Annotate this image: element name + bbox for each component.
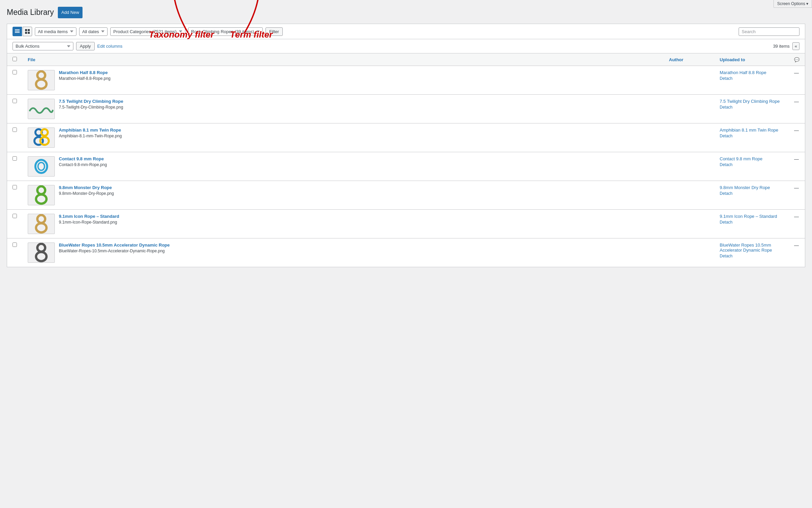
table-row: Amphibian 8.1 mm Twin Rope Amphibian-8.1… xyxy=(7,123,805,152)
row-checkbox-6[interactable] xyxy=(13,243,17,247)
comment-dash-0: — xyxy=(794,70,799,75)
file-cell-5: 9.1mm Icon Rope – Standard 9.1mm-Icon-Ro… xyxy=(22,210,664,238)
col-file-header[interactable]: File xyxy=(22,53,664,66)
add-new-button[interactable]: Add New xyxy=(58,7,83,18)
detach-link-4[interactable]: Detach xyxy=(720,191,733,196)
detach-link-3[interactable]: Detach xyxy=(720,162,733,167)
svg-point-8 xyxy=(36,79,47,89)
svg-rect-2 xyxy=(15,32,20,33)
svg-rect-3 xyxy=(25,29,27,31)
detach-link-5[interactable]: Detach xyxy=(720,220,733,225)
file-filename-6: BlueWater-Ropes-10.5mm-Accelerator-Dynam… xyxy=(59,249,165,253)
uploaded-link-0[interactable]: Marathon Half 8.8 Rope xyxy=(720,70,783,75)
detach-link-2[interactable]: Detach xyxy=(720,134,733,138)
dates-select[interactable]: All dates xyxy=(79,27,108,36)
svg-point-17 xyxy=(37,215,45,223)
comment-cell-2: — xyxy=(789,123,805,152)
svg-point-19 xyxy=(37,244,45,252)
file-name-link-5[interactable]: 9.1mm Icon Rope – Standard xyxy=(59,214,658,219)
uploaded-link-2[interactable]: Amphibian 8.1 mm Twin Rope xyxy=(720,128,783,133)
apply-button[interactable]: Apply xyxy=(76,42,95,50)
comment-cell-6: — xyxy=(789,238,805,267)
bulk-actions-select[interactable]: Bulk Actions xyxy=(13,42,73,50)
col-uploaded-header[interactable]: Uploaded to xyxy=(714,53,789,66)
file-name-link-4[interactable]: 9.8mm Monster Dry Rope xyxy=(59,185,658,190)
table-row: BlueWater Ropes 10.5mm Accelerator Dynam… xyxy=(7,238,805,267)
author-cell-2 xyxy=(664,123,714,152)
row-checkbox-cell-3 xyxy=(7,152,23,181)
author-cell-0 xyxy=(664,66,714,95)
svg-point-11 xyxy=(41,129,48,136)
screen-options-btn[interactable]: Screen Options ▾ xyxy=(773,0,812,8)
list-view-icon xyxy=(15,29,20,34)
svg-rect-1 xyxy=(15,31,20,31)
author-cell-1 xyxy=(664,95,714,123)
file-name-link-0[interactable]: Marathon Half 8.8 Rope xyxy=(59,70,658,75)
file-thumbnail-3 xyxy=(28,156,55,177)
term-select[interactable]: Rock Climbing Ropes (39 items) xyxy=(188,27,263,36)
author-cell-3 xyxy=(664,152,714,181)
uploaded-cell-6: BlueWater Ropes 10.5mm Accelerator Dynam… xyxy=(714,238,789,267)
file-info-5: 9.1mm Icon Rope – Standard 9.1mm-Icon-Ro… xyxy=(59,214,658,225)
svg-point-20 xyxy=(36,252,47,261)
uploaded-link-6[interactable]: BlueWater Ropes 10.5mm Accelerator Dynam… xyxy=(720,243,783,253)
detach-link-1[interactable]: Detach xyxy=(720,105,733,110)
detach-link-0[interactable]: Detach xyxy=(720,76,733,81)
search-input[interactable] xyxy=(739,27,799,36)
row-checkbox-5[interactable] xyxy=(13,214,17,218)
uploaded-link-1[interactable]: 7.5 Twilight Dry Climbing Rope xyxy=(720,99,783,104)
edit-columns-button[interactable]: Edit columns xyxy=(97,44,122,49)
file-name-link-3[interactable]: Contact 9.8 mm Rope xyxy=(59,156,658,161)
grid-view-btn[interactable] xyxy=(23,27,32,36)
file-info-1: 7.5 Twilight Dry Climbing Rope 7.5-Twili… xyxy=(59,99,658,110)
uploaded-link-5[interactable]: 9.1mm Icon Rope – Standard xyxy=(720,214,783,219)
row-checkbox-4[interactable] xyxy=(13,185,17,189)
screen-options-label: Screen Options xyxy=(777,1,805,6)
file-name-link-1[interactable]: 7.5 Twilight Dry Climbing Rope xyxy=(59,99,658,104)
page-title-area: Media Library Add New xyxy=(7,7,805,18)
select-all-checkbox[interactable] xyxy=(13,57,17,61)
detach-link-6[interactable]: Detach xyxy=(720,254,733,258)
svg-point-16 xyxy=(36,194,47,204)
pagination-prev-button[interactable]: « xyxy=(792,42,799,50)
taxonomy-select[interactable]: Product Categories (7521 items) xyxy=(110,27,185,36)
view-toggle xyxy=(13,27,32,36)
file-filename-2: Amphibian-8.1-mm-Twin-Rope.png xyxy=(59,134,122,138)
uploaded-link-3[interactable]: Contact 9.8 mm Rope xyxy=(720,156,783,161)
file-info-0: Marathon Half 8.8 Rope Marathon-Half-8.8… xyxy=(59,70,658,81)
author-cell-6 xyxy=(664,238,714,267)
media-items-select[interactable]: All media items xyxy=(35,27,76,36)
media-table: File Author Uploaded to 💬 xyxy=(7,53,805,267)
uploaded-cell-3: Contact 9.8 mm Rope Detach xyxy=(714,152,789,181)
author-cell-4 xyxy=(664,181,714,210)
file-filename-0: Marathon-Half-8.8-Rope.png xyxy=(59,76,111,81)
file-cell-4: 9.8mm Monster Dry Rope 9.8mm-Monster-Dry… xyxy=(22,181,664,210)
uploaded-cell-5: 9.1mm Icon Rope – Standard Detach xyxy=(714,210,789,238)
row-checkbox-0[interactable] xyxy=(13,70,17,74)
file-cell-3: Contact 9.8 mm Rope Contact-9.8-mm-Rope.… xyxy=(22,152,664,181)
file-name-link-6[interactable]: BlueWater Ropes 10.5mm Accelerator Dynam… xyxy=(59,243,658,248)
row-checkbox-1[interactable] xyxy=(13,99,17,103)
file-thumbnail-5 xyxy=(28,214,55,234)
uploaded-link-4[interactable]: 9.8mm Monster Dry Rope xyxy=(720,185,783,190)
comment-dash-1: — xyxy=(794,99,799,104)
row-checkbox-2[interactable] xyxy=(13,128,17,132)
svg-rect-6 xyxy=(28,32,30,34)
author-cell-5 xyxy=(664,210,714,238)
filter-button[interactable]: Filter xyxy=(265,27,283,36)
file-cell-0: Marathon Half 8.8 Rope Marathon-Half-8.8… xyxy=(22,66,664,95)
comment-cell-0: — xyxy=(789,66,805,95)
file-info-6: BlueWater Ropes 10.5mm Accelerator Dynam… xyxy=(59,243,658,253)
file-name-link-2[interactable]: Amphibian 8.1 mm Twin Rope xyxy=(59,128,658,133)
col-author-header[interactable]: Author xyxy=(664,53,714,66)
file-cell-6: BlueWater Ropes 10.5mm Accelerator Dynam… xyxy=(22,238,664,267)
svg-rect-4 xyxy=(28,29,30,31)
row-checkbox-cell-2 xyxy=(7,123,23,152)
table-wrapper: File Author Uploaded to 💬 xyxy=(7,53,805,267)
svg-point-14 xyxy=(38,162,44,170)
list-view-btn[interactable] xyxy=(13,27,22,36)
comment-dash-3: — xyxy=(794,156,799,162)
file-filename-3: Contact-9.8-mm-Rope.png xyxy=(59,162,107,167)
file-info-2: Amphibian 8.1 mm Twin Rope Amphibian-8.1… xyxy=(59,128,658,138)
row-checkbox-3[interactable] xyxy=(13,156,17,161)
